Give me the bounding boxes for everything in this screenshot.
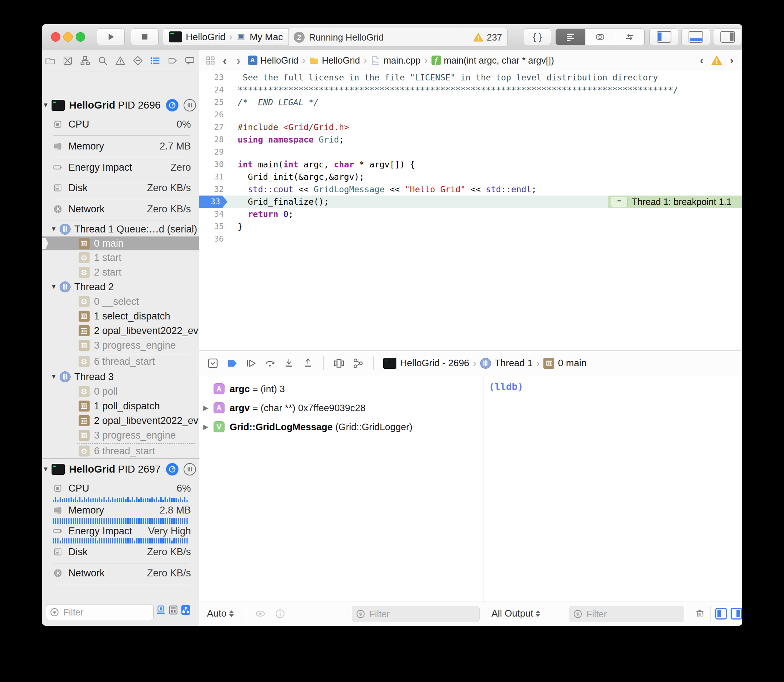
thread-columns-button[interactable]: [184, 99, 196, 112]
console-view[interactable]: (lldb): [484, 376, 742, 602]
variables-scope-popup[interactable]: Auto: [207, 608, 234, 619]
line-number[interactable]: 32: [199, 183, 224, 196]
jump-bar-item[interactable]: HelloGrid: [309, 55, 360, 66]
line-number[interactable]: 34: [199, 208, 224, 220]
continue-button[interactable]: [245, 357, 257, 369]
step-out-button[interactable]: [302, 357, 314, 369]
variables-filter-field[interactable]: [352, 606, 480, 622]
disclosure-triangle-icon[interactable]: ▶: [203, 404, 208, 412]
variable-row[interactable]: Aargc = (int) 3: [199, 381, 483, 397]
metric-row-network[interactable]: NetworkZero KB/s: [42, 565, 199, 581]
process-row[interactable]: ▼HelloGrid PID 2696: [42, 97, 199, 113]
stack-frame-row[interactable]: 2 opal_libevent2022_ev…: [42, 324, 199, 338]
version-editor-button[interactable]: [615, 29, 644, 45]
filter-by-performance-button[interactable]: [155, 604, 166, 616]
variable-row[interactable]: ▶Aargv = (char **) 0x7ffee9039c28: [199, 400, 483, 416]
issue-warning-icon[interactable]: [711, 54, 723, 66]
line-number[interactable]: 24: [199, 84, 224, 96]
metric-row-cpu[interactable]: CPU6%: [42, 480, 199, 496]
stack-frame-row[interactable]: ⚙1 start: [42, 251, 199, 265]
console-filter-input[interactable]: [586, 609, 680, 620]
related-items-icon[interactable]: [206, 56, 216, 65]
warning-icon[interactable]: [473, 32, 484, 43]
line-number[interactable]: 30: [199, 158, 224, 170]
metric-row-energy-impact[interactable]: Energy ImpactVery High: [42, 523, 199, 539]
metric-row-energy-impact[interactable]: Energy ImpactZero: [42, 159, 199, 175]
assistant-editor-button[interactable]: [585, 29, 615, 45]
stack-frame-row[interactable]: 1 select_dispatch: [42, 309, 199, 323]
variables-view[interactable]: Aargc = (int) 3▶Aargv = (char **) 0x7ffe…: [199, 376, 483, 602]
metric-row-disk[interactable]: DiskZero KB/s: [42, 180, 199, 196]
report-navigator-icon[interactable]: [184, 55, 195, 66]
code-line-24[interactable]: 24**************************************…: [199, 84, 742, 96]
performance-gauge-button[interactable]: [166, 463, 179, 475]
debug-navigator-icon[interactable]: [150, 55, 161, 66]
debug-view-hierarchy-button[interactable]: [333, 357, 345, 369]
code-line-32[interactable]: 32 std::cout << GridLogMessage << "Hello…: [199, 183, 742, 196]
code-line-31[interactable]: 31 Grid_init(&argc,&argv);: [199, 170, 742, 183]
process-row[interactable]: ▼HelloGrid PID 2697: [42, 461, 199, 477]
disclosure-triangle-icon[interactable]: ▼: [50, 283, 57, 290]
find-navigator-icon[interactable]: [97, 55, 108, 66]
step-into-button[interactable]: [283, 357, 295, 369]
line-number[interactable]: 23: [199, 71, 224, 84]
stack-frame-row[interactable]: 3 progress_engine: [42, 338, 199, 352]
stack-frame-row[interactable]: 0 main: [42, 236, 199, 250]
filter-by-queue-button[interactable]: [180, 604, 191, 616]
code-line-28[interactable]: 28using namespace Grid;: [199, 134, 742, 146]
jump-bar-item[interactable]: AHelloGrid: [248, 55, 299, 66]
line-number[interactable]: 27: [199, 121, 224, 134]
symbol-navigator-icon[interactable]: [80, 55, 91, 66]
jump-bar-item[interactable]: C++main.cpp: [371, 55, 420, 66]
stack-frame-row[interactable]: ⚙6 thread_start: [42, 355, 199, 368]
variables-filter-input[interactable]: [369, 609, 476, 620]
stack-frame-row[interactable]: 2 opal_libevent2022_ev…: [42, 414, 199, 428]
code-line-34[interactable]: 34 return 0;: [199, 208, 742, 220]
breakpoint-annotation[interactable]: ≡Thread 1: breakpoint 1.1: [608, 196, 742, 208]
code-line-23[interactable]: 23 See the full license in the file "LIC…: [199, 71, 742, 84]
thread-row[interactable]: ▼Thread 1 Queue:…d (serial): [42, 222, 199, 236]
next-issue-button[interactable]: ›: [728, 55, 736, 66]
metric-row-memory[interactable]: Memory2.7 MB: [42, 138, 199, 154]
breakpoint-annotation-menu-button[interactable]: ≡: [611, 197, 628, 207]
library-button[interactable]: { }: [524, 29, 551, 45]
code-line-35[interactable]: 35}: [199, 220, 742, 233]
variable-row[interactable]: ▶VGrid::GridLogMessage (Grid::GridLogger…: [199, 419, 483, 435]
navigator-filter-input[interactable]: [62, 607, 150, 618]
code-line-33[interactable]: 33 Grid_finalize();≡Thread 1: breakpoint…: [199, 196, 742, 208]
stack-frame-row[interactable]: 3 progress_engine: [42, 429, 199, 442]
clear-console-trash-icon[interactable]: [694, 608, 706, 620]
stop-button[interactable]: [131, 29, 159, 45]
disclosure-triangle-icon[interactable]: ▼: [50, 226, 57, 233]
thread-columns-button[interactable]: [184, 463, 196, 475]
stack-frame-row[interactable]: ⚙0 __select: [42, 295, 199, 309]
thread-row[interactable]: ▼Thread 2: [42, 280, 199, 294]
line-number[interactable]: 31: [199, 170, 224, 183]
hide-debug-area-button[interactable]: [207, 357, 219, 369]
source-code-view[interactable]: 23 See the full license in the file "LIC…: [199, 71, 742, 350]
close-window-button[interactable]: [51, 32, 60, 41]
show-variables-view-toggle[interactable]: [715, 608, 727, 620]
thread-row[interactable]: ▼Thread 3: [42, 370, 199, 384]
memory-graph-button[interactable]: [352, 357, 364, 369]
test-navigator-icon[interactable]: [133, 55, 143, 66]
jump-bar-item[interactable]: fmain(int argc, char * argv[]): [431, 55, 554, 66]
code-line-36[interactable]: 36: [199, 233, 742, 245]
code-line-25[interactable]: 25/* END LEGAL */: [199, 96, 742, 108]
stack-frame-row[interactable]: ⚙6 thread_start: [42, 444, 199, 458]
step-over-button[interactable]: [264, 357, 276, 369]
breakpoint-navigator-icon[interactable]: [167, 55, 178, 66]
quicklook-eye-icon[interactable]: [254, 608, 266, 620]
activity-status-bar[interactable]: 2 Running HelloGrid 237: [288, 28, 508, 47]
source-control-navigator-icon[interactable]: [62, 55, 73, 66]
console-filter-field[interactable]: [569, 606, 684, 622]
line-number[interactable]: 25: [199, 96, 224, 108]
line-number[interactable]: 29: [199, 146, 224, 158]
toggle-debug-area-button[interactable]: [681, 29, 710, 45]
breakpoint-indicator[interactable]: 33: [199, 196, 227, 208]
back-button[interactable]: ‹: [220, 54, 229, 67]
toggle-navigator-button[interactable]: [650, 29, 678, 45]
filter-by-thread-button[interactable]: [168, 604, 179, 616]
disclosure-triangle-icon[interactable]: ▼: [42, 102, 49, 109]
line-number[interactable]: 26: [199, 108, 224, 121]
